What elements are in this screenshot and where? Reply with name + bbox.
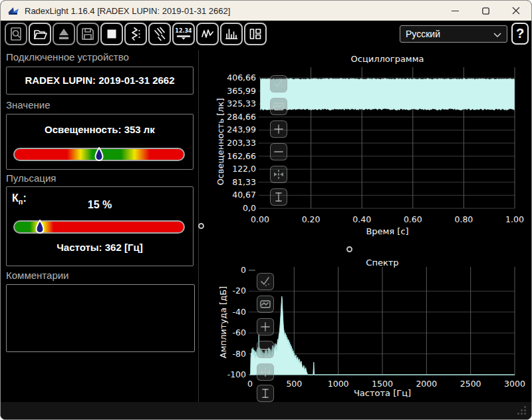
y-tick-label: -40 [233,307,246,317]
y-tick-label: 406,66 [227,73,256,83]
eject-device-button[interactable] [53,23,75,45]
y-tick-label: 365,99 [227,86,256,96]
fit-vertical-icon [273,191,285,203]
spectrum-view-button[interactable] [220,23,243,45]
layout-view-button[interactable] [244,23,267,45]
oscillogram-plot[interactable]: 406,66365,99325,33284,66243,99203,33162,… [200,47,532,254]
y-tick-label: 122,0 [232,164,256,174]
oscillogram-ylabel: Освещенность [лк] [215,98,225,185]
app-icon [7,5,19,17]
y-tick-label: 203,33 [227,138,256,148]
detect-device-button[interactable] [5,23,27,45]
device-section-header: Подключенное устройство [6,51,129,63]
spectrum-ylabel: Амплитуда [дБ] [218,286,228,358]
osc-zoom-in-button[interactable] [270,120,287,138]
y-tick-label: 243,99 [227,124,256,134]
resize-grip[interactable] [517,405,527,415]
checkmark-icon [273,78,285,90]
pulsation-section-header: Пульсация [6,172,56,184]
x-tick-label: 0 [247,379,253,389]
stop-square-icon [104,27,119,41]
open-folder-icon [33,27,47,41]
spec-zoom-out-button[interactable] [257,341,274,358]
spec-fit-horizontal-button[interactable] [257,363,274,381]
numeric-readout-icon: 12.34 [176,27,192,41]
chevron-down-icon [493,33,501,37]
search-document-icon [9,27,23,41]
illuminance-marker [94,147,104,162]
illuminance-scale-bar [13,148,185,161]
pulsation-box: Кп: 15 % Частоты: 362 [Гц] [6,186,194,266]
x-tick-label: 2000 [416,379,437,389]
open-file-button[interactable] [29,23,51,45]
y-tick-label: 0,0 [243,203,256,213]
language-value: Русский [406,29,440,39]
oscillogram-band [261,79,515,110]
wave-box-icon [273,101,285,112]
oscillogram-view-button[interactable] [196,23,219,45]
oscillogram-icon [200,27,215,41]
osc-fit-vertical-button[interactable] [270,188,287,206]
stop-measurement-button[interactable] [100,23,123,45]
language-dropdown[interactable]: Русский [400,25,507,43]
wave-box-icon [259,298,271,310]
spectrum-plot[interactable]: 0-20-40-60-80-10005001000150020002500300… [200,254,532,395]
y-tick-label: -80 [233,349,246,359]
titlebar: RadexLight 1.16.4 [RADEX LUPIN: 2019-01-… [1,1,531,21]
numeric-icon-text: 12.34 [176,28,192,34]
device-box: RADEX LUPIN: 2019-01-31 2662 [6,67,194,95]
help-button[interactable]: ? [511,23,529,45]
numeric-display-button[interactable]: 12.34 [172,23,195,45]
x-tick-label: 0.60 [404,214,422,224]
comments-input[interactable] [6,284,195,352]
y-tick-label: 0 [241,265,246,275]
maximize-button[interactable] [470,1,501,21]
floppy-save-icon [80,27,95,41]
spec-zoom-in-button[interactable] [257,318,274,335]
osc-fit-horizontal-button[interactable] [270,166,287,183]
y-tick-label: 162,66 [227,151,256,161]
osc-zoom-out-button[interactable] [270,143,287,160]
osc-autoscale-button[interactable] [270,75,287,93]
minimize-button[interactable] [440,1,470,21]
help-label: ? [516,26,524,41]
x-tick-label: 0.40 [352,214,371,224]
spec-fit-vertical-button[interactable] [257,385,274,402]
minus-icon [273,146,285,158]
spectrum-bars-icon [224,27,239,41]
comments-section-header: Комментарии [6,270,68,281]
app-window: RadexLight 1.16.4 [RADEX LUPIN: 2019-01-… [0,0,532,420]
pulsation-marker [35,220,45,234]
status-bar [1,402,531,419]
close-button[interactable] [501,1,531,21]
light-rays-icon [152,27,167,41]
value-box: Освещенность: 353 лк [6,114,194,170]
device-name: RADEX LUPIN: 2019-01-31 2662 [7,75,193,86]
x-tick-label: 0.20 [302,214,321,224]
y-tick-label: -20 [233,286,246,296]
fit-vertical-icon [259,387,271,399]
x-tick-label: 1000 [328,379,349,389]
pulsation-scale-bar [13,220,185,234]
x-tick-label: 2500 [460,379,481,389]
illuminance-view-button[interactable] [148,23,171,45]
fit-horizontal-icon [273,168,285,180]
y-tick-label: -60 [233,327,246,337]
x-tick-label: 0.80 [454,214,473,224]
x-tick-label: 0.00 [251,214,269,224]
x-tick-label: 1500 [372,379,393,389]
spectrum-xlabel: Частота [Гц] [250,388,515,398]
y-tick-label: 40,67 [232,190,256,200]
eject-icon [57,27,71,41]
spec-curve-mode-button[interactable] [257,296,274,313]
osc-curve-mode-button[interactable] [270,98,287,115]
plus-icon [259,321,271,333]
pulsation-view-button[interactable] [124,23,147,45]
frequency-reading: Частоты: 362 [Гц] [7,242,193,253]
spec-autoscale-button[interactable] [257,273,274,290]
y-tick-label: 284,66 [227,112,256,122]
save-file-button[interactable] [76,23,99,45]
panels-layout-icon [248,27,263,41]
y-tick-label: 81,33 [232,177,256,187]
toolbar: 12.34 Русский [1,21,531,47]
